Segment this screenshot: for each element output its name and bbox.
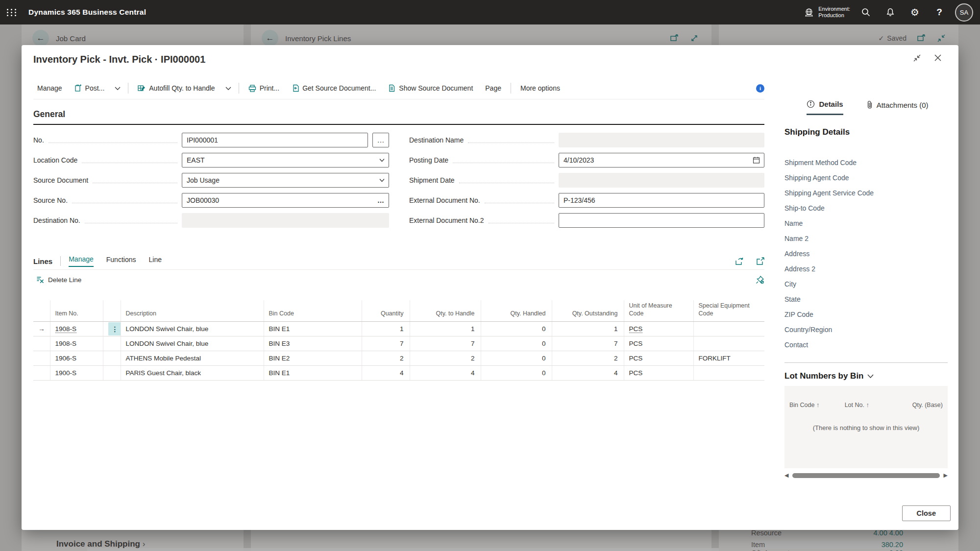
- cell-row-selector[interactable]: [33, 336, 50, 351]
- cell-item-no[interactable]: 1908-S: [50, 322, 103, 336]
- posting-date-field[interactable]: [559, 153, 764, 168]
- no-assist-edit-button[interactable]: …: [372, 133, 389, 147]
- row-menu-button[interactable]: ⋮: [108, 322, 121, 335]
- environment-switcher[interactable]: Environment: Production: [804, 6, 850, 19]
- cell-quantity[interactable]: 1: [362, 322, 410, 336]
- cell-description[interactable]: ATHENS Mobile Pedestal: [121, 351, 264, 366]
- cell-item-no[interactable]: 1908-S: [50, 336, 103, 351]
- col-qty-handled[interactable]: Qty. Handled: [481, 300, 552, 322]
- manage-menu-button[interactable]: Manage: [33, 82, 66, 95]
- lot-col-qty-base[interactable]: Qty. (Base): [897, 402, 943, 408]
- page-menu-button[interactable]: Page: [481, 82, 505, 95]
- close-button[interactable]: Close: [902, 505, 951, 521]
- unpin-pane-icon[interactable]: [756, 275, 764, 284]
- cell-bin-code[interactable]: BIN E1: [264, 322, 362, 336]
- cell-qty-to-handle[interactable]: 1: [410, 322, 481, 336]
- app-launcher-waffle-icon[interactable]: [0, 0, 24, 24]
- share-lines-icon[interactable]: [735, 257, 744, 265]
- cell-uom[interactable]: PCS: [624, 322, 693, 336]
- app-title[interactable]: Dynamics 365 Business Central: [28, 8, 146, 17]
- help-icon[interactable]: ?: [931, 3, 948, 21]
- cell-bin-code[interactable]: BIN E2: [264, 351, 362, 366]
- notifications-bell-icon[interactable]: [882, 3, 899, 21]
- location-code-field[interactable]: [182, 153, 389, 168]
- source-document-dropdown-icon[interactable]: [379, 179, 385, 182]
- cell-qty-outstanding[interactable]: 2: [552, 351, 624, 366]
- horizontal-scrollbar[interactable]: [792, 473, 939, 478]
- cell-quantity[interactable]: 7: [362, 336, 410, 351]
- show-source-document-button[interactable]: Show Source Document: [384, 82, 477, 95]
- cell-row-menu[interactable]: [103, 351, 121, 366]
- cell-description[interactable]: PARIS Guest Chair, black: [121, 366, 264, 381]
- col-quantity[interactable]: Quantity: [362, 300, 410, 322]
- post-split-chevron-icon[interactable]: [113, 84, 122, 93]
- cell-description[interactable]: LONDON Swivel Chair, blue: [121, 336, 264, 351]
- no-field[interactable]: [182, 133, 368, 147]
- lines-tab-functions[interactable]: Functions: [106, 256, 136, 266]
- col-description[interactable]: Description: [121, 300, 264, 322]
- cell-qty-to-handle[interactable]: 7: [410, 336, 481, 351]
- settings-gear-icon[interactable]: ⚙: [906, 3, 924, 21]
- restore-window-icon[interactable]: [913, 54, 921, 62]
- calendar-icon[interactable]: [753, 157, 760, 164]
- avatar[interactable]: SA: [955, 3, 973, 22]
- col-qty-to-handle[interactable]: Qty. to Handle: [410, 300, 481, 322]
- lines-tab-manage[interactable]: Manage: [69, 255, 94, 267]
- autofill-split-chevron-icon[interactable]: [223, 84, 233, 93]
- cell-qty-handled[interactable]: 0: [481, 366, 552, 381]
- lot-col-bin-code[interactable]: Bin Code ↑: [789, 402, 845, 408]
- cell-qty-to-handle[interactable]: 4: [410, 366, 481, 381]
- external-document-no2-field[interactable]: [559, 213, 764, 228]
- col-item-no[interactable]: Item No.: [50, 300, 103, 322]
- cell-item-no[interactable]: 1906-S: [50, 351, 103, 366]
- cell-special-equipment[interactable]: [693, 322, 764, 336]
- cell-uom[interactable]: PCS: [624, 366, 693, 381]
- col-qty-outstanding[interactable]: Qty. Outstanding: [552, 300, 624, 322]
- search-icon[interactable]: [857, 3, 875, 21]
- cell-qty-handled[interactable]: 0: [481, 322, 552, 336]
- external-document-no-field[interactable]: [559, 193, 764, 208]
- cell-quantity[interactable]: 2: [362, 351, 410, 366]
- cell-qty-outstanding[interactable]: 1: [552, 322, 624, 336]
- cell-qty-handled[interactable]: 0: [481, 336, 552, 351]
- source-document-field[interactable]: [182, 173, 389, 188]
- cell-uom[interactable]: PCS: [624, 351, 693, 366]
- lot-col-lot-no[interactable]: Lot No. ↑: [845, 402, 897, 408]
- location-code-dropdown-icon[interactable]: [379, 159, 385, 162]
- col-special-equipment[interactable]: Special Equipment Code: [693, 300, 764, 322]
- cell-bin-code[interactable]: BIN E1: [264, 366, 362, 381]
- lines-tab-line[interactable]: Line: [148, 256, 161, 266]
- scroll-right-icon[interactable]: ▶: [944, 472, 948, 479]
- cell-special-equipment[interactable]: FORKLIFT: [693, 351, 764, 366]
- close-dialog-icon[interactable]: [934, 54, 942, 62]
- cell-item-no[interactable]: 1900-S: [50, 366, 103, 381]
- cell-row-selector[interactable]: [33, 351, 50, 366]
- cell-row-selector[interactable]: [33, 366, 50, 381]
- get-source-document-button[interactable]: Get Source Document...: [288, 82, 380, 95]
- cell-qty-to-handle[interactable]: 2: [410, 351, 481, 366]
- col-unit-of-measure[interactable]: Unit of Measure Code: [624, 300, 693, 322]
- cell-qty-outstanding[interactable]: 7: [552, 336, 624, 351]
- tab-attachments[interactable]: Attachments (0): [867, 100, 929, 115]
- tab-details[interactable]: Details: [807, 100, 843, 115]
- open-lines-in-new-window-icon[interactable]: [756, 257, 764, 265]
- cell-description[interactable]: LONDON Swivel Chair, blue: [121, 322, 264, 336]
- print-button[interactable]: Print...: [245, 82, 283, 95]
- cell-bin-code[interactable]: BIN E3: [264, 336, 362, 351]
- post-button[interactable]: Post...: [71, 82, 109, 95]
- cell-row-menu[interactable]: ⋮: [103, 322, 121, 336]
- autofill-qty-button[interactable]: Autofill Qty. to Handle: [134, 82, 219, 95]
- cell-row-menu[interactable]: [103, 336, 121, 351]
- cell-uom[interactable]: PCS: [624, 336, 693, 351]
- cell-quantity[interactable]: 4: [362, 366, 410, 381]
- more-options-button[interactable]: More options: [516, 82, 564, 95]
- delete-line-button[interactable]: Delete Line: [33, 274, 84, 286]
- cell-qty-outstanding[interactable]: 4: [552, 366, 624, 381]
- cell-row-menu[interactable]: [103, 366, 121, 381]
- lot-numbers-by-bin-heading[interactable]: Lot Numbers by Bin: [784, 371, 874, 381]
- source-no-field[interactable]: [182, 193, 389, 208]
- cell-special-equipment[interactable]: [693, 366, 764, 381]
- cell-special-equipment[interactable]: [693, 336, 764, 351]
- scroll-left-icon[interactable]: ◀: [784, 472, 788, 479]
- info-icon[interactable]: i: [756, 84, 764, 93]
